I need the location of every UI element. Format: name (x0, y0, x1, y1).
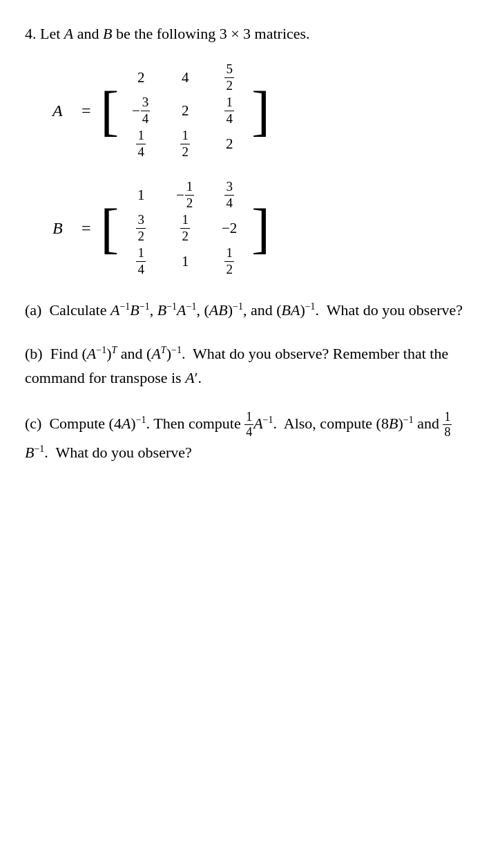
cell-A-21: 12 (180, 128, 190, 160)
matrix-A-eq: = (81, 98, 91, 123)
matrix-A-row: A = [ 2 4 52 −34 2 14 (52, 62, 466, 160)
cell-B-22: 12 (224, 245, 234, 278)
matrix-A-right-bracket: ] (251, 83, 270, 138)
cell-A-10: −34 (132, 95, 150, 127)
matrix-B-bracket: [ 1 −12 34 32 12 (101, 179, 270, 277)
matrix-A-grid: 2 4 52 −34 2 14 14 (120, 62, 250, 160)
cell-A-12: 14 (224, 95, 234, 127)
matrix-B-right-bracket: ] (251, 200, 270, 256)
cell-B-02: 34 (224, 179, 234, 211)
matrix-A-bracket: [ 2 4 52 −34 2 14 (101, 62, 270, 160)
cell-A-01: 4 (182, 70, 189, 85)
cell-A-22: 2 (226, 137, 233, 151)
cell-B-21: 1 (182, 254, 189, 269)
cell-A-11: 2 (182, 104, 189, 118)
cell-B-00: 1 (137, 188, 145, 202)
matrix-A-left-bracket: [ (101, 83, 119, 138)
cell-B-12: −2 (222, 221, 237, 236)
cell-A-00: 2 (137, 70, 145, 85)
matrices-section: A = [ 2 4 52 −34 2 14 (25, 62, 466, 277)
cell-B-11: 12 (180, 212, 190, 245)
cell-B-20: 14 (136, 245, 146, 278)
problem-container: 4. Let A and B be the following 3 × 3 ma… (25, 22, 466, 464)
cell-B-10: 32 (136, 212, 146, 245)
matrix-B-label: B (52, 216, 72, 240)
problem-heading: 4. Let A and B be the following 3 × 3 ma… (25, 22, 466, 45)
matrix-B-grid: 1 −12 34 32 12 −2 (120, 179, 250, 277)
matrix-B-row: B = [ 1 −12 34 32 (52, 179, 466, 277)
cell-A-20: 14 (136, 128, 146, 160)
problem-number: 4. (25, 25, 37, 42)
matrix-A-label: A (52, 98, 72, 123)
matrix-B-eq: = (81, 216, 91, 240)
cell-A-02: 52 (224, 62, 234, 94)
matrix-B-left-bracket: [ (101, 200, 119, 256)
part-a-label: (a) Calculate (25, 301, 110, 319)
part-b: (b) Find (A−1)T and (AT)−1. What do you … (25, 341, 466, 390)
cell-B-01: −12 (176, 179, 194, 211)
part-b-label: (b) Find (A−1)T and (AT)−1. What do you … (25, 345, 448, 386)
part-c: (c) Compute (4A)−1. Then compute 14A−1. … (25, 410, 466, 464)
part-a: (a) Calculate A−1B−1, B−1A−1, (AB)−1, an… (25, 298, 466, 322)
parts-section: (a) Calculate A−1B−1, B−1A−1, (AB)−1, an… (25, 298, 466, 464)
part-c-label: (c) Compute (4A)−1. Then compute 14A−1. … (25, 415, 452, 461)
intro-text: Let A and B be the following 3 × 3 matri… (40, 25, 310, 42)
